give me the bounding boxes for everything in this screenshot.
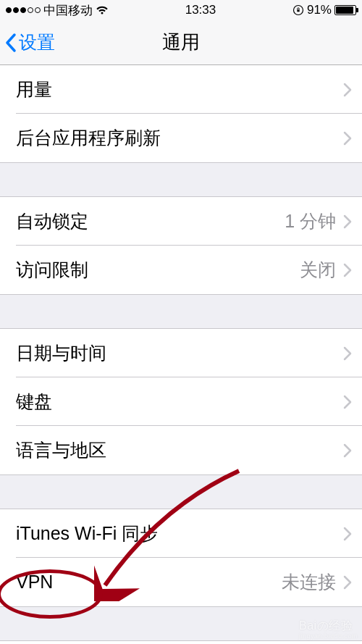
status-time: 13:33	[185, 3, 216, 17]
row-restrictions[interactable]: 访问限制 关闭	[0, 246, 362, 294]
row-label: 日期与时间	[16, 341, 106, 365]
chevron-right-icon	[343, 214, 352, 229]
settings-group: 用量 后台应用程序刷新	[0, 65, 362, 163]
chevron-right-icon	[343, 443, 352, 458]
back-button[interactable]: 设置	[4, 30, 55, 54]
chevron-right-icon	[343, 83, 352, 97]
chevron-right-icon	[343, 346, 352, 361]
nav-bar: 设置 通用	[0, 20, 362, 65]
settings-group: 日期与时间 键盘 语言与地区	[0, 328, 362, 475]
row-keyboard[interactable]: 键盘	[0, 377, 362, 426]
row-label: 语言与地区	[16, 438, 106, 462]
chevron-right-icon	[343, 575, 352, 590]
row-date-time[interactable]: 日期与时间	[0, 329, 362, 377]
row-value: 未连接	[282, 570, 336, 594]
row-usage[interactable]: 用量	[0, 65, 362, 114]
row-language-region[interactable]: 语言与地区	[0, 426, 362, 474]
settings-group: 还原	[0, 640, 362, 644]
row-label: iTunes Wi-Fi 同步	[16, 522, 158, 545]
row-label: 键盘	[16, 390, 52, 414]
rotation-lock-icon	[292, 4, 304, 16]
back-label: 设置	[19, 30, 55, 54]
row-label: 自动锁定	[16, 209, 88, 233]
row-value: 1 分钟	[285, 209, 336, 233]
row-value: 关闭	[300, 258, 336, 282]
status-left: 中国移动	[6, 2, 109, 19]
battery-percent: 91%	[307, 3, 332, 17]
chevron-right-icon	[343, 395, 352, 409]
wifi-icon	[96, 5, 109, 15]
chevron-right-icon	[343, 263, 352, 277]
row-auto-lock[interactable]: 自动锁定 1 分钟	[0, 197, 362, 246]
row-reset[interactable]: 还原	[0, 641, 362, 644]
svg-rect-1	[297, 9, 299, 12]
row-itunes-wifi-sync[interactable]: iTunes Wi-Fi 同步	[0, 509, 362, 558]
row-label: 后台应用程序刷新	[16, 126, 161, 150]
status-right: 91%	[292, 3, 356, 17]
row-label: 用量	[16, 78, 52, 101]
settings-group: 自动锁定 1 分钟 访问限制 关闭	[0, 196, 362, 295]
signal-strength-icon	[6, 7, 41, 13]
row-vpn[interactable]: VPN 未连接	[0, 558, 362, 606]
chevron-right-icon	[343, 527, 352, 541]
row-background-refresh[interactable]: 后台应用程序刷新	[0, 114, 362, 162]
watermark: Baiの经验 jingyan.baidu.com	[299, 619, 358, 640]
carrier-label: 中国移动	[43, 2, 93, 19]
battery-icon	[334, 5, 356, 15]
chevron-left-icon	[4, 33, 17, 53]
row-label: VPN	[16, 572, 53, 593]
row-label: 访问限制	[16, 258, 88, 282]
status-bar: 中国移动 13:33 91%	[0, 0, 362, 20]
chevron-right-icon	[343, 131, 352, 146]
settings-group: iTunes Wi-Fi 同步 VPN 未连接	[0, 509, 362, 607]
page-title: 通用	[162, 30, 200, 55]
